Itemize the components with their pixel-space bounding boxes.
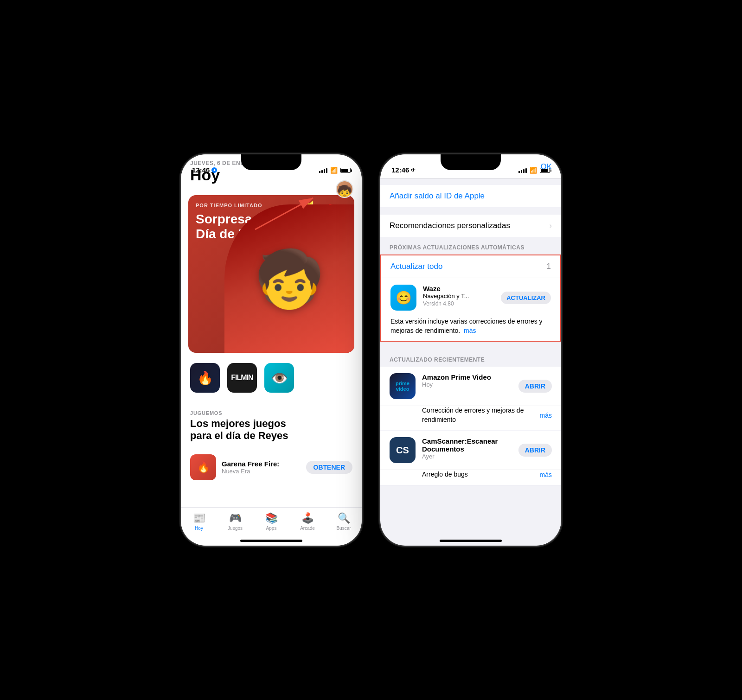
updates-box: Actualizar todo 1 😊 Waze Navegación y T.… (380, 255, 561, 342)
waze-description: Esta versión incluye varias correcciones… (381, 317, 560, 341)
waze-version: Versión 4.80 (423, 300, 494, 307)
get-button-garena[interactable]: OBTENER (306, 461, 352, 474)
recommendations-label: Recomendaciones personalizadas (390, 221, 510, 230)
hero-card[interactable]: POR TIEMPO LIMITADO Sorpresas de Día de … (188, 195, 354, 353)
games-section: JUGUEMOS Los mejores juegospara el día d… (181, 403, 362, 492)
amazon-notes-row: Corrección de errores y mejoras de rendi… (380, 406, 561, 430)
recommendations-section: Recomendaciones personalizadas › (380, 215, 561, 237)
camscanner-icon: CS (390, 437, 416, 463)
add-balance-section: Añadir saldo al ID de Apple (380, 185, 561, 207)
left-phone: 12:46 ▲ 📶 JUEVES, 6 DE ENERO Hoy (181, 154, 362, 546)
amazon-abrir-button[interactable]: ABRIR (518, 380, 552, 393)
amazon-mas-link[interactable]: más (540, 412, 552, 419)
amazon-notes: Corrección de errores y mejoras de rendi… (422, 406, 540, 424)
amazon-time: Hoy (422, 381, 512, 388)
add-balance-label: Añadir saldo al ID de Apple (390, 191, 485, 201)
camscanner-abrir-button[interactable]: ABRIR (518, 444, 552, 457)
amazon-prime-icon: primevideo (390, 373, 416, 399)
tab-apps[interactable]: 📚 Apps (253, 512, 289, 531)
game-name-garena: Garena Free Fire: (222, 460, 301, 468)
tab-buscar-icon: 🔍 (338, 512, 350, 524)
camscanner-time: Ayer (422, 453, 512, 460)
game-subtitle-garena: Nueva Era (222, 468, 301, 475)
amazon-row: primevideo Amazon Prime Video Hoy ABRIR (380, 367, 561, 406)
camscanner-name: CamScanner:Escanear Documentos (422, 437, 512, 453)
status-icons-right: 📶 (518, 167, 550, 174)
battery-icon-right (540, 168, 550, 173)
actualizar-todo-label: Actualizar todo (390, 262, 442, 271)
notch-right (441, 154, 501, 170)
actualizar-todo-row[interactable]: Actualizar todo 1 (381, 255, 560, 278)
mini-app-filmin[interactable]: FILMIN (227, 363, 257, 393)
waze-name: Waze (423, 285, 494, 293)
camscanner-notes-row: Arreglo de bugs más (380, 470, 561, 485)
game-info-garena: Garena Free Fire: Nueva Era (222, 460, 301, 475)
avatar-face: 🧒 (337, 181, 352, 197)
waze-info: Waze Navegación y T... Versión 4.80 (423, 285, 494, 307)
camscanner-mas-link[interactable]: más (540, 471, 552, 478)
tab-arcade[interactable]: 🕹️ Arcade (289, 512, 326, 531)
tab-hoy-icon: 📰 (193, 512, 205, 524)
hero-character: 🧒 (255, 251, 324, 306)
tab-apps-label: Apps (266, 526, 277, 531)
waze-row: 😊 Waze Navegación y T... Versión 4.80 AC… (381, 278, 560, 317)
add-balance-row[interactable]: Añadir saldo al ID de Apple (380, 185, 561, 207)
games-section-tag: JUGUEMOS (190, 410, 352, 416)
game-item-garena[interactable]: 🔥 Garena Free Fire: Nueva Era OBTENER (190, 450, 352, 485)
location-icon-right: ✈ (411, 167, 416, 173)
hero-tag: POR TIEMPO LIMITADO (196, 203, 262, 208)
left-content: POR TIEMPO LIMITADO Sorpresas de Día de … (181, 178, 362, 546)
mini-app-garena[interactable]: 🔥 (190, 363, 220, 393)
battery-icon (340, 168, 351, 173)
recommendations-row[interactable]: Recomendaciones personalizadas › (380, 215, 561, 237)
tab-juegos-icon: 🎮 (229, 512, 242, 524)
status-time-right: 12:46 ✈ (391, 166, 416, 174)
waze-mas-link[interactable]: más (464, 327, 476, 334)
right-phone: 12:46 ✈ 📶 Cuenta OK (380, 154, 561, 546)
tab-apps-icon: 📚 (265, 512, 278, 524)
waze-icon: 😊 (390, 285, 416, 311)
actualizar-todo-count: 1 (547, 262, 551, 271)
location-icon: ▲ (211, 167, 217, 173)
tab-juegos-label: Juegos (228, 526, 243, 531)
camscanner-section: CS CamScanner:Escanear Documentos Ayer A… (380, 431, 561, 485)
camscanner-notes: Arreglo de bugs (422, 470, 540, 479)
home-indicator-right (440, 540, 502, 542)
recently-updated-header: ACTUALIZADO RECIENTEMENTE (380, 349, 561, 367)
home-indicator-left (240, 540, 302, 542)
right-screen: 12:46 ✈ 📶 Cuenta OK (380, 154, 561, 546)
upcoming-updates-header: PRÓXIMAS ACTUALIZACIONES AUTOMÁTICAS (380, 237, 561, 255)
camscanner-row: CS CamScanner:Escanear Documentos Ayer A… (380, 431, 561, 470)
notch (241, 154, 301, 170)
tab-buscar-label: Buscar (336, 526, 351, 531)
camscanner-info: CamScanner:Escanear Documentos Ayer (422, 437, 512, 462)
mini-apps-row: 🔥 FILMIN 👁️ (181, 356, 362, 399)
tab-arcade-label: Arcade (300, 526, 315, 531)
wifi-icon-right: 📶 (530, 167, 537, 174)
status-icons-left: 📶 (319, 167, 351, 174)
right-content: Añadir saldo al ID de Apple Recomendacio… (380, 178, 561, 546)
tab-juegos[interactable]: 🎮 Juegos (217, 512, 253, 531)
games-section-title: Los mejores juegospara el día de Reyes (190, 418, 352, 442)
left-screen: 12:46 ▲ 📶 JUEVES, 6 DE ENERO Hoy (181, 154, 362, 546)
tab-hoy-label: Hoy (195, 526, 203, 531)
amazon-section: primevideo Amazon Prime Video Hoy ABRIR … (380, 367, 561, 430)
mini-app-monster[interactable]: 👁️ (264, 363, 294, 393)
actualizar-button[interactable]: ACTUALIZAR (501, 292, 551, 304)
amazon-name: Amazon Prime Video (422, 373, 512, 381)
status-time-left: 12:46 ▲ (192, 166, 217, 174)
avatar[interactable]: 🧒 (336, 180, 353, 198)
signal-icon-right (518, 168, 527, 173)
game-icon-garena: 🔥 (190, 454, 216, 480)
tab-arcade-icon: 🕹️ (301, 512, 314, 524)
waze-subtitle: Navegación y T... (423, 293, 494, 299)
chevron-icon: › (550, 222, 552, 230)
tab-buscar[interactable]: 🔍 Buscar (326, 512, 362, 531)
hero-character-bg: 🧒 (224, 204, 354, 353)
wifi-icon: 📶 (330, 167, 338, 174)
tab-hoy[interactable]: 📰 Hoy (181, 512, 217, 531)
signal-icon (319, 168, 327, 173)
amazon-info: Amazon Prime Video Hoy (422, 373, 512, 390)
